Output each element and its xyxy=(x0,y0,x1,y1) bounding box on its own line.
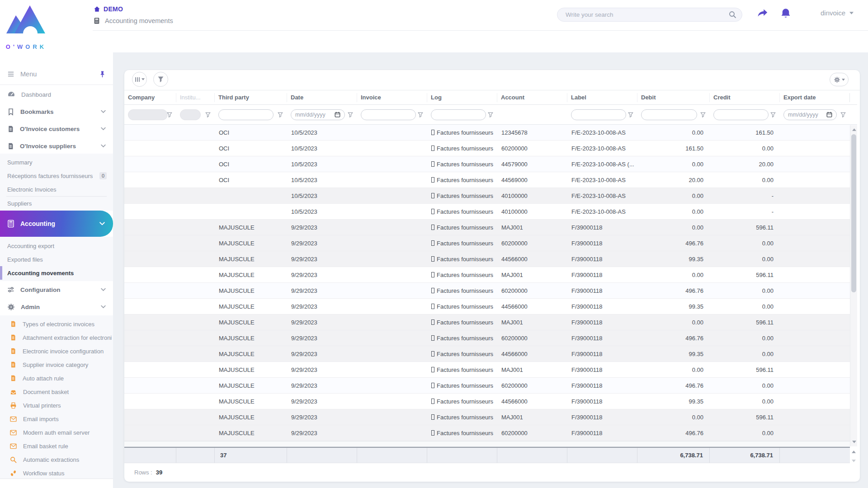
breadcrumb[interactable]: DEMO xyxy=(94,5,123,13)
sidebar-item-configuration[interactable]: Configuration xyxy=(0,281,113,298)
sidebar-item-attachment-extraction[interactable]: Attachment extraction for electroni xyxy=(0,331,113,344)
column-header-company[interactable]: Company xyxy=(124,93,176,102)
sidebar-item-virtual-printers[interactable]: Virtual printers xyxy=(0,399,113,412)
sidebar-item-admin[interactable]: Admin xyxy=(0,298,113,315)
sidebar-item-document-basket[interactable]: Document basket xyxy=(0,385,113,399)
cell-account: MAJ001 xyxy=(497,272,567,278)
horizontal-scrollbar[interactable] xyxy=(124,441,850,447)
column-chooser-button[interactable] xyxy=(132,72,147,87)
funnel-icon[interactable] xyxy=(418,112,423,117)
global-search[interactable] xyxy=(557,8,742,22)
scrollbar-thumb[interactable] xyxy=(851,134,856,292)
sidebar-item-accounting[interactable]: Accounting xyxy=(0,211,113,237)
pin-icon[interactable] xyxy=(99,70,106,78)
column-header-date[interactable]: Date xyxy=(287,93,357,102)
sidebar-item-dashboard[interactable]: Dashboard xyxy=(0,86,113,103)
scroll-up-arrow[interactable] xyxy=(851,127,857,132)
sidebar-item-modern-auth-email-server[interactable]: Modern auth email server xyxy=(0,426,113,439)
sidebar-item-oinvoice-suppliers[interactable]: O'Invoice suppliers xyxy=(0,137,113,155)
table-row[interactable]: OCI 10/5/2023 Factures fournisseurs 4457… xyxy=(124,156,857,172)
table-row[interactable]: 10/5/2023 Factures fournisseurs 40100000… xyxy=(124,188,857,204)
table-row[interactable]: MAJUSCULE 9/29/2023 Factures fournisseur… xyxy=(124,220,857,235)
search-icon[interactable] xyxy=(729,11,736,19)
cell-debit: 0.00 xyxy=(637,129,710,136)
share-button[interactable] xyxy=(756,7,769,20)
user-menu[interactable]: dinvoice xyxy=(821,9,854,17)
table-row[interactable]: MAJUSCULE 9/29/2023 Factures fournisseur… xyxy=(124,346,857,362)
sidebar-item-supplier-invoice-category[interactable]: Supplier invoice category xyxy=(0,358,113,371)
column-header-label[interactable]: Label xyxy=(567,93,637,102)
footer-scroll-arrows[interactable] xyxy=(850,450,857,462)
table-row[interactable]: MAJUSCULE 9/29/2023 Factures fournisseur… xyxy=(124,362,857,378)
table-row[interactable]: MAJUSCULE 9/29/2023 Factures fournisseur… xyxy=(124,267,857,283)
sidebar-item-exported-files[interactable]: Exported files xyxy=(0,253,113,266)
notifications-button[interactable] xyxy=(780,7,793,20)
funnel-icon[interactable] xyxy=(488,112,493,117)
table-row[interactable]: OCI 10/5/2023 Factures fournisseurs 6020… xyxy=(124,141,857,156)
table-row[interactable]: MAJUSCULE 9/29/2023 Factures fournisseur… xyxy=(124,394,857,409)
funnel-icon[interactable] xyxy=(167,112,172,117)
sidebar-item-email-basket-rule[interactable]: Email basket rule xyxy=(0,439,113,453)
table-row[interactable]: MAJUSCULE 9/29/2023 Factures fournisseur… xyxy=(124,283,857,299)
table-row[interactable]: OCI 10/5/2023 Factures fournisseurs 1234… xyxy=(124,125,857,141)
credit-filter-input[interactable] xyxy=(713,109,769,120)
sidebar-item-accounting-movements[interactable]: Accounting movements xyxy=(0,266,113,280)
column-header-institution[interactable]: Institu... xyxy=(176,93,215,102)
sidebar-menu-toggle[interactable]: Menu xyxy=(0,63,113,85)
sidebar-item-email-imports[interactable]: Email imports xyxy=(0,412,113,426)
table-row[interactable]: MAJUSCULE 9/29/2023 Factures fournisseur… xyxy=(124,425,857,441)
table-row[interactable]: MAJUSCULE 9/29/2023 Factures fournisseur… xyxy=(124,299,857,314)
export-date-filter-input[interactable]: mm/dd/yyyy xyxy=(783,109,837,120)
label-filter-input[interactable] xyxy=(571,109,626,120)
table-row[interactable]: MAJUSCULE 9/29/2023 Factures fournisseur… xyxy=(124,251,857,267)
sidebar-item-auto-attach-rule[interactable]: Auto attach rule xyxy=(0,371,113,385)
third-party-filter-input[interactable] xyxy=(218,109,274,120)
table-row[interactable]: 10/5/2023 Factures fournisseurs 40100000… xyxy=(124,204,857,220)
sidebar-item-bookmarks[interactable]: Bookmarks xyxy=(0,103,113,120)
funnel-icon[interactable] xyxy=(348,112,353,117)
funnel-icon[interactable] xyxy=(770,112,776,117)
funnel-icon[interactable] xyxy=(205,112,211,117)
sidebar-item-summary[interactable]: Summary xyxy=(0,155,113,169)
column-header-credit[interactable]: Credit xyxy=(710,93,780,102)
table-row[interactable]: MAJUSCULE 9/29/2023 Factures fournisseur… xyxy=(124,330,857,346)
filter-toggle-button[interactable] xyxy=(153,72,168,87)
funnel-icon[interactable] xyxy=(278,112,283,117)
funnel-icon[interactable] xyxy=(700,112,706,117)
table-row[interactable]: MAJUSCULE 9/29/2023 Factures fournisseur… xyxy=(124,378,857,394)
funnel-icon[interactable] xyxy=(628,112,633,117)
arrow-down-icon[interactable] xyxy=(852,460,856,462)
sidebar-item-suppliers[interactable]: Suppliers xyxy=(0,197,113,210)
sidebar-item-electronic-invoice-configuration[interactable]: Electronic invoice configuration xyxy=(0,344,113,358)
sidebar-item-accounting-export[interactable]: Accounting export xyxy=(0,239,113,253)
sidebar-item-workflow-status[interactable]: Workflow status xyxy=(0,466,113,480)
table-row[interactable]: MAJUSCULE 9/29/2023 Factures fournisseur… xyxy=(124,314,857,330)
table-row[interactable]: OCI 10/5/2023 Factures fournisseurs 4456… xyxy=(124,172,857,188)
grid-settings-button[interactable] xyxy=(830,73,849,86)
search-input[interactable] xyxy=(566,11,729,18)
sidebar-item-types-of-electronic-invoices[interactable]: Types of electronic invoices xyxy=(0,317,113,331)
log-filter-input[interactable] xyxy=(431,109,486,120)
column-header-account[interactable]: Account xyxy=(497,93,567,102)
calendar-icon[interactable] xyxy=(335,112,340,117)
debit-filter-input[interactable] xyxy=(641,109,697,120)
invoice-filter-input[interactable] xyxy=(361,109,416,120)
column-header-log[interactable]: Log xyxy=(427,93,497,102)
table-row[interactable]: MAJUSCULE 9/29/2023 Factures fournisseur… xyxy=(124,409,857,425)
column-header-export-date[interactable]: Export date xyxy=(780,93,850,102)
table-row[interactable]: MAJUSCULE 9/29/2023 Factures fournisseur… xyxy=(124,235,857,251)
calendar-icon[interactable] xyxy=(826,112,832,117)
sidebar-item-oinvoice-customers[interactable]: O'Invoice customers xyxy=(0,120,113,137)
date-filter-input[interactable]: mm/dd/yyyy xyxy=(291,109,345,120)
funnel-icon[interactable] xyxy=(840,112,846,117)
column-header-invoice[interactable]: Invoice xyxy=(357,93,427,102)
column-header-debit[interactable]: Debit xyxy=(637,93,710,102)
arrow-up-icon[interactable] xyxy=(852,450,856,453)
sidebar-item-electronic-invoices[interactable]: Electronic Invoices xyxy=(0,183,113,196)
scroll-down-arrow[interactable] xyxy=(851,439,857,445)
vertical-scrollbar[interactable] xyxy=(850,125,857,446)
hamburger-icon[interactable] xyxy=(7,71,14,77)
column-header-third-party[interactable]: Third party xyxy=(215,93,287,102)
sidebar-item-receptions-factures[interactable]: Réceptions factures fournisseurs 0 xyxy=(0,169,113,183)
sidebar-item-automatic-extractions[interactable]: Automatic extractions xyxy=(0,453,113,466)
